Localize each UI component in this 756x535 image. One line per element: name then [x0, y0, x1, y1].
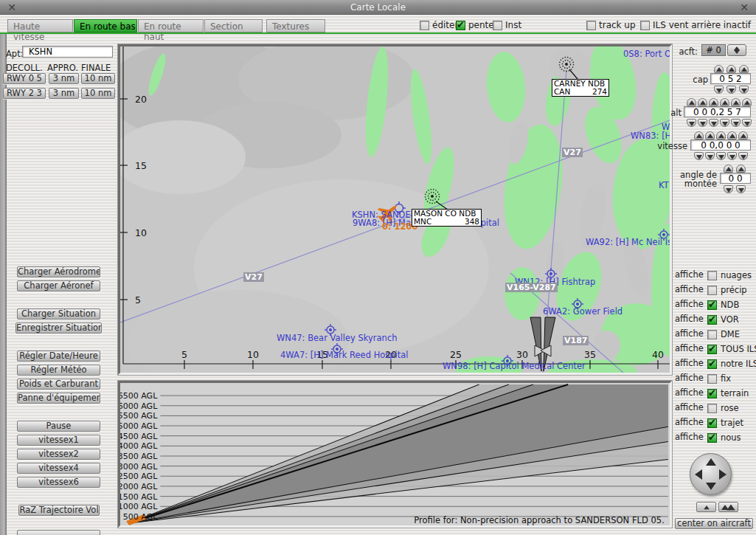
precip-checkbox[interactable] [707, 286, 717, 295]
vitesse-value[interactable]: 0 0,0 0 0 [690, 139, 751, 151]
panne-equipement-button[interactable]: Panne d'équipement [17, 393, 100, 404]
charger-aerodrome-button[interactable]: Charger Aérodrome [17, 266, 100, 277]
cap-value[interactable]: 0 5 2 [710, 73, 751, 84]
pause-button[interactable]: Pause [17, 421, 100, 432]
vor-checkbox[interactable] [707, 315, 717, 325]
zoom-in-button[interactable] [718, 502, 738, 512]
ndb-checkbox[interactable] [707, 300, 717, 310]
enregistrer-situation-button[interactable]: Enregistrer Situation [15, 322, 102, 334]
tous-ils-checkbox[interactable] [707, 345, 717, 354]
zoom-out-button[interactable] [696, 502, 716, 512]
partial-bottom-button[interactable] [17, 530, 100, 535]
editer-checkbox[interactable] [420, 21, 429, 30]
tab-en-route-haut[interactable]: En route haut [138, 19, 204, 32]
vitessex4-button[interactable]: vitessex4 [17, 463, 100, 474]
rwy-05-appro-button[interactable]: 3 nm [49, 73, 79, 84]
cap-up-arrow[interactable] [726, 65, 736, 73]
rwy-23-finale-button[interactable]: 10 nm [81, 88, 115, 99]
alt-down-arrow[interactable] [720, 119, 729, 127]
checkbox-track-up[interactable]: track up [586, 20, 636, 30]
pan-left-arrow-icon[interactable] [695, 469, 702, 480]
checkbox-inst[interactable]: Inst [493, 20, 521, 30]
alt-value[interactable]: 0 0 0,2 5 7 [684, 106, 751, 117]
pan-up-arrow-icon[interactable] [706, 458, 716, 466]
nuages-checkbox[interactable] [707, 271, 717, 280]
rwy-23-appro-button[interactable]: 3 nm [49, 88, 79, 99]
alt-up-arrow[interactable] [720, 98, 729, 106]
inst-checkbox[interactable] [493, 21, 502, 30]
ndb-carney-freq: 274 [592, 88, 607, 96]
dme-checkbox[interactable] [707, 330, 717, 339]
profile-panel: 6500 AGL 6000 AGL 5500 AGL 5000 AGL 4500… [118, 381, 672, 528]
map-pan-dpad[interactable] [690, 453, 732, 495]
vitesse-down-arrow[interactable] [694, 152, 704, 160]
notre-ils-checkbox[interactable] [707, 359, 717, 369]
regler-date-heure-button[interactable]: Régler Date/Heure [17, 351, 100, 362]
alt-down-arrow[interactable] [742, 119, 752, 127]
rwy-05-finale-button[interactable]: 10 nm [81, 73, 115, 84]
cap-up-arrow[interactable] [739, 65, 749, 73]
alt-down-arrow[interactable] [698, 119, 707, 127]
tab-haute-vitesse[interactable]: Haute vitesse [7, 19, 73, 32]
pan-down-arrow-icon[interactable] [706, 483, 716, 490]
alt-down-arrow[interactable] [731, 119, 741, 127]
precip-label: précip [721, 285, 747, 295]
alt-down-arrow[interactable] [687, 119, 696, 127]
vitesse-down-arrow[interactable] [716, 152, 726, 160]
charger-situation-button[interactable]: Charger Situation [17, 308, 100, 320]
close-icon[interactable]: ✕ [738, 1, 751, 14]
vitesse-up-arrow[interactable] [716, 131, 726, 139]
raz-trajectoire-button[interactable]: RaZ Trajectoire Vol [18, 505, 100, 516]
vitesse-down-arrow[interactable] [727, 152, 737, 160]
vitesse-down-arrow[interactable] [705, 152, 715, 160]
alt-up-arrow[interactable] [698, 98, 707, 106]
alt-down-arrow[interactable] [709, 119, 718, 127]
checkbox-ils-vent-arriere[interactable]: ILS vent arrière inactif [640, 20, 751, 30]
regler-meteo-button[interactable]: Régler Météo [17, 365, 100, 376]
tab-textures[interactable]: Textures [266, 19, 325, 32]
map-canvas[interactable]: 20 15 10 5 5 10 15 20 25 30 35 40 [120, 46, 670, 373]
checkbox-editer[interactable]: éditer [420, 20, 458, 30]
ils-vent-arriere-checkbox[interactable] [640, 21, 650, 30]
cap-down-arrow[interactable] [726, 86, 736, 94]
vitessex6-button[interactable]: vitessex6 [17, 477, 100, 488]
fix-checkbox[interactable] [707, 374, 717, 384]
cap-down-arrow[interactable] [739, 86, 749, 94]
angle-down-arrow[interactable] [724, 185, 733, 193]
alt-up-arrow[interactable] [731, 98, 741, 106]
center-on-aircraft-button[interactable]: center on aircraft [675, 518, 753, 529]
tab-section[interactable]: Section [204, 19, 263, 32]
rose-checkbox[interactable] [707, 404, 717, 413]
track-up-checkbox[interactable] [586, 21, 596, 30]
alt-up-arrow[interactable] [742, 98, 752, 106]
terrain-checkbox[interactable] [707, 389, 717, 398]
checkbox-pente[interactable]: pente [456, 20, 494, 30]
vitesse-up-arrow[interactable] [738, 131, 748, 139]
acft-spinner[interactable] [727, 44, 746, 56]
vitesse-up-arrow[interactable] [694, 131, 704, 139]
angle-value[interactable]: 0 0 [720, 173, 751, 184]
toggle-row-trajet: affichetrajet [675, 417, 755, 428]
pan-right-arrow-icon[interactable] [719, 469, 726, 480]
alt-up-arrow[interactable] [709, 98, 718, 106]
angle-up-arrow[interactable] [736, 165, 746, 173]
vitessex1-button[interactable]: vitessex1 [17, 435, 100, 446]
alt-up-arrow[interactable] [687, 98, 696, 106]
charger-aeronef-button[interactable]: Charger Aéronef [17, 280, 100, 291]
cap-down-arrow[interactable] [714, 86, 724, 94]
rwy-23-button[interactable]: RWY 2 3 [3, 88, 46, 99]
rwy-05-button[interactable]: RWY 0 5 [3, 73, 46, 84]
trajet-checkbox[interactable] [707, 418, 717, 428]
apt-input[interactable] [22, 46, 113, 58]
cap-up-arrow[interactable] [714, 65, 724, 73]
vitessex2-button[interactable]: vitessex2 [17, 449, 100, 460]
tab-en-route-bas[interactable]: En route bas [74, 19, 137, 32]
angle-up-arrow[interactable] [724, 165, 733, 173]
angle-down-arrow[interactable] [736, 185, 746, 193]
nous-checkbox[interactable] [707, 433, 717, 443]
vitesse-down-arrow[interactable] [738, 152, 748, 160]
vitesse-up-arrow[interactable] [705, 131, 715, 139]
pente-checkbox[interactable] [456, 21, 465, 30]
vitesse-up-arrow[interactable] [727, 131, 737, 139]
poids-carburant-button[interactable]: Poids et Carburant [17, 379, 100, 390]
